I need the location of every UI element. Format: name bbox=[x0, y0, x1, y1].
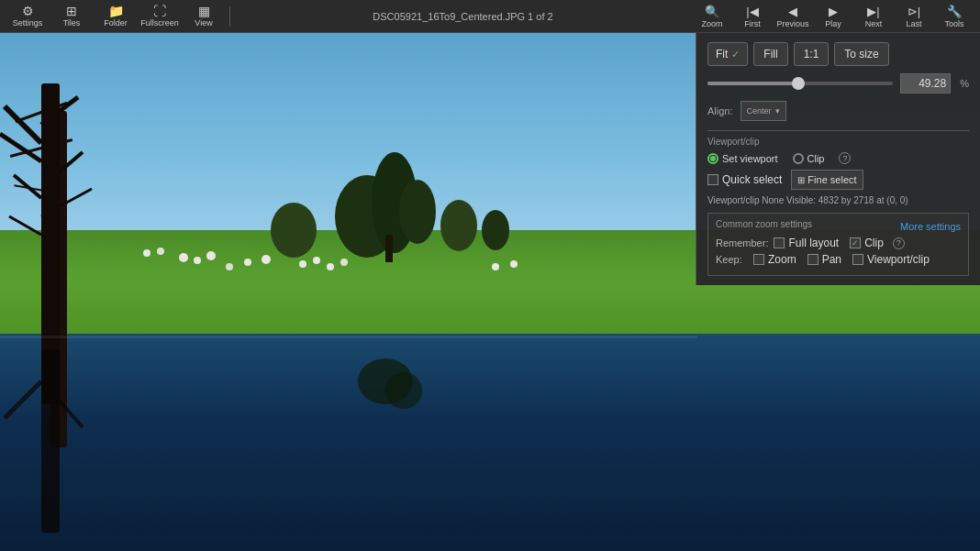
fit-button[interactable]: Fit ✓ bbox=[707, 42, 748, 66]
viewport-info: Viewport/clip None Visible: 4832 by 2718… bbox=[707, 195, 969, 205]
viewport-help-button[interactable]: ? bbox=[839, 152, 851, 164]
one-to-one-button[interactable]: 1:1 bbox=[794, 42, 830, 66]
fullscreen-icon: ⛶ bbox=[153, 5, 166, 17]
pan-item[interactable]: Pan bbox=[807, 253, 841, 266]
viewport-clip-keep-item[interactable]: Viewport/clip bbox=[852, 253, 930, 266]
tools-button[interactable]: 🔧 Tools bbox=[936, 2, 973, 31]
one-to-one-label: 1:1 bbox=[804, 48, 819, 61]
zoom-fit-row: Fit ✓ Fill 1:1 To size bbox=[707, 42, 969, 66]
zoom-slider-track bbox=[707, 82, 893, 85]
quick-select-checkbox[interactable] bbox=[707, 174, 718, 185]
pan-checkbox[interactable] bbox=[807, 254, 819, 265]
tiles-icon: ⊞ bbox=[66, 5, 77, 17]
align-dropdown-icon: ▾ bbox=[775, 106, 780, 116]
fine-select-button[interactable]: ⊞ Fine select bbox=[791, 170, 863, 190]
main-toolbar: ⚙ Settings ⊞ Tiles 📁 Folder ⛶ Fullscreen… bbox=[0, 0, 980, 33]
zoom-tool-label: Zoom bbox=[701, 19, 722, 28]
first-button[interactable]: |◀ First bbox=[734, 2, 771, 31]
zoom-keep-item[interactable]: Zoom bbox=[753, 253, 796, 266]
viewport-clip-keep-checkbox[interactable] bbox=[852, 254, 863, 265]
previous-icon: ◀ bbox=[788, 5, 797, 18]
play-label: Play bbox=[825, 19, 841, 28]
clip-remember-label: Clip bbox=[864, 237, 884, 249]
zoom-tool-button[interactable]: 🔍 Zoom bbox=[694, 2, 730, 31]
next-icon: ▶| bbox=[867, 5, 879, 18]
set-viewport-label: Set viewport bbox=[722, 153, 778, 164]
full-layout-label: Full layout bbox=[788, 237, 839, 249]
previous-label: Previous bbox=[776, 19, 808, 28]
previous-button[interactable]: ◀ Previous bbox=[774, 2, 811, 31]
play-button[interactable]: ▶ Play bbox=[815, 2, 852, 31]
fit-label: Fit bbox=[716, 48, 728, 61]
remember-row: Remember: Full layout Clip ? bbox=[716, 237, 961, 249]
set-viewport-radio-circle bbox=[707, 153, 718, 164]
fit-checkmark: ✓ bbox=[731, 49, 740, 61]
to-size-label: To size bbox=[844, 48, 878, 61]
align-label: Align: bbox=[707, 105, 733, 116]
remember-help-button[interactable]: ? bbox=[893, 237, 905, 249]
zoom-panel: Fit ✓ Fill 1:1 To size 49.28 % Align: Ce… bbox=[696, 33, 980, 285]
next-label: Next bbox=[865, 19, 883, 28]
last-icon: ⊳| bbox=[908, 5, 920, 18]
common-zoom-section: Common zoom settings More settings Remem… bbox=[707, 213, 969, 276]
clip-remember-checkbox[interactable] bbox=[850, 237, 861, 248]
fullscreen-button[interactable]: ⛶ Fullscreen bbox=[139, 2, 180, 31]
toolbar-separator bbox=[229, 6, 230, 27]
align-row: Align: Center ▾ bbox=[707, 101, 969, 121]
common-zoom-title: Common zoom settings bbox=[716, 219, 812, 229]
fill-label: Fill bbox=[763, 48, 777, 61]
zoom-slider-container[interactable] bbox=[707, 75, 893, 92]
tiles-label: Tiles bbox=[63, 18, 81, 28]
to-size-button[interactable]: To size bbox=[834, 42, 888, 66]
remember-label: Remember: bbox=[716, 237, 768, 248]
zoom-percent-symbol: % bbox=[960, 78, 969, 89]
file-info: DSC05921_16To9_Centered.JPG 1 of 2 bbox=[236, 11, 690, 22]
play-icon: ▶ bbox=[829, 5, 838, 18]
clip-radio-circle bbox=[793, 153, 804, 164]
keep-label: Keep: bbox=[716, 254, 748, 265]
first-icon: |◀ bbox=[746, 5, 758, 18]
tools-icon: 🔧 bbox=[947, 5, 962, 18]
last-label: Last bbox=[906, 19, 921, 28]
water-layer bbox=[0, 334, 980, 551]
section-divider-1 bbox=[707, 130, 969, 131]
settings-label: Settings bbox=[13, 18, 43, 28]
set-viewport-radio[interactable]: Set viewport bbox=[707, 153, 778, 164]
zoom-keep-checkbox[interactable] bbox=[753, 254, 764, 265]
viewport-clip-keep-label: Viewport/clip bbox=[867, 253, 930, 266]
keep-row: Keep: Zoom Pan Viewport/clip bbox=[716, 253, 961, 266]
align-select[interactable]: Center ▾ bbox=[741, 101, 786, 121]
folder-button[interactable]: 📁 Folder bbox=[95, 2, 136, 31]
folder-icon: 📁 bbox=[108, 5, 124, 17]
zoom-slider-thumb[interactable] bbox=[792, 77, 805, 90]
clip-remember-item[interactable]: Clip bbox=[850, 237, 884, 249]
fine-select-grid-icon: ⊞ bbox=[797, 175, 805, 185]
tiles-button[interactable]: ⊞ Tiles bbox=[51, 2, 92, 31]
full-layout-checkbox[interactable] bbox=[774, 237, 785, 248]
more-settings-link[interactable]: More settings bbox=[900, 221, 961, 232]
quick-select-label: Quick select bbox=[722, 173, 782, 186]
clip-radio-label: Clip bbox=[807, 153, 825, 164]
quick-select-item[interactable]: Quick select bbox=[707, 173, 782, 186]
folder-label: Folder bbox=[104, 18, 128, 28]
zoom-keep-label: Zoom bbox=[768, 253, 796, 266]
clip-radio[interactable]: Clip bbox=[793, 153, 825, 164]
settings-icon: ⚙ bbox=[22, 5, 34, 17]
fullscreen-label: Fullscreen bbox=[140, 18, 179, 28]
zoom-slider-fill bbox=[707, 82, 798, 85]
tree-trunk bbox=[50, 111, 67, 447]
full-layout-item[interactable]: Full layout bbox=[774, 237, 839, 249]
last-button[interactable]: ⊳| Last bbox=[896, 2, 932, 31]
zoom-tool-icon: 🔍 bbox=[705, 5, 719, 18]
viewport-radio-row: Set viewport Clip ? bbox=[707, 152, 969, 164]
zoom-slider-row: 49.28 % bbox=[707, 73, 969, 94]
view-button[interactable]: ▦ View bbox=[184, 2, 224, 31]
fill-button[interactable]: Fill bbox=[753, 42, 787, 66]
view-label: View bbox=[195, 18, 212, 28]
viewport-clip-title: Viewport/clip bbox=[707, 137, 969, 147]
settings-button[interactable]: ⚙ Settings bbox=[7, 2, 48, 31]
tools-label: Tools bbox=[944, 19, 963, 28]
select-row: Quick select ⊞ Fine select bbox=[707, 170, 969, 190]
zoom-value-box[interactable]: 49.28 bbox=[900, 73, 951, 94]
next-button[interactable]: ▶| Next bbox=[855, 2, 892, 31]
